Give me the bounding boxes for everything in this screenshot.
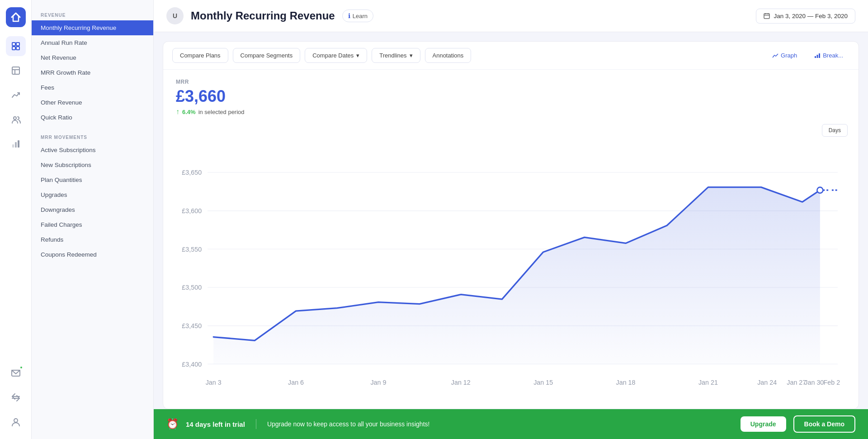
compare-plans-button[interactable]: Compare Plans <box>172 48 228 63</box>
chevron-down-icon-2: ▾ <box>410 52 413 59</box>
info-icon: ℹ <box>348 12 350 19</box>
stat-label: MRR <box>176 79 846 85</box>
svg-text:£3,600: £3,600 <box>182 207 202 215</box>
annotations-button[interactable]: Annotations <box>425 48 472 63</box>
svg-rect-10 <box>18 140 19 148</box>
nav-item-active-subscriptions[interactable]: Active Subscriptions <box>32 143 153 157</box>
chart-change: ↑ 6.4% in selected period <box>176 108 846 116</box>
chart-toolbar: Compare Plans Compare Segments Compare D… <box>163 42 859 70</box>
page-title: Monthly Recurring Revenue <box>191 10 335 22</box>
breakdown-view-button[interactable]: Break... <box>808 48 849 62</box>
chart-area: Compare Plans Compare Segments Compare D… <box>163 41 859 409</box>
revenue-section-label: REVENUE <box>32 9 153 20</box>
svg-text:Jan 21: Jan 21 <box>698 379 718 386</box>
header: U Monthly Recurring Revenue ℹ Learn Jan … <box>154 0 868 32</box>
nav-item-net-revenue[interactable]: Net Revenue <box>32 50 153 65</box>
nav-icon-people[interactable] <box>6 110 26 129</box>
svg-point-7 <box>14 117 16 119</box>
svg-text:£3,550: £3,550 <box>182 246 202 253</box>
svg-text:Jan 6: Jan 6 <box>288 379 304 386</box>
trial-days: 14 days left in trial <box>186 420 245 428</box>
nav-item-arr[interactable]: Annual Run Rate <box>32 35 153 50</box>
app-logo[interactable] <box>6 7 26 27</box>
nav-icon-analytics[interactable] <box>6 85 26 105</box>
avatar: U <box>166 7 184 24</box>
nav-item-fees[interactable]: Fees <box>32 80 153 95</box>
change-pct: 6.4% <box>182 109 196 115</box>
svg-text:£3,650: £3,650 <box>182 169 202 176</box>
trial-divider <box>256 419 256 429</box>
nav-item-downgrades[interactable]: Downgrades <box>32 202 153 217</box>
svg-rect-1 <box>16 43 19 46</box>
svg-rect-15 <box>764 14 769 19</box>
days-toggle-button[interactable]: Days <box>822 124 848 137</box>
svg-rect-9 <box>15 142 17 148</box>
mrr-movements-label: MRR MOVEMENTS <box>32 131 153 143</box>
nav-item-mrr-growth[interactable]: MRR Growth Rate <box>32 65 153 80</box>
mrr-line-chart: £3,650 £3,600 £3,550 £3,500 £3,450 £3,40… <box>172 125 849 409</box>
svg-rect-3 <box>16 47 19 50</box>
svg-text:£3,400: £3,400 <box>182 361 202 368</box>
nav-item-new-subscriptions[interactable]: New Subscriptions <box>32 157 153 172</box>
trial-bar: ⏰ 14 days left in trial Upgrade now to k… <box>154 409 868 439</box>
nav-item-refunds[interactable]: Refunds <box>32 232 153 247</box>
learn-button[interactable]: ℹ Learn <box>342 10 373 22</box>
svg-rect-19 <box>815 56 816 58</box>
compare-dates-button[interactable]: Compare Dates ▾ <box>305 48 367 63</box>
nav-item-upgrades[interactable]: Upgrades <box>32 187 153 202</box>
nav-item-quick-ratio[interactable]: Quick Ratio <box>32 110 153 125</box>
notification-dot <box>19 366 23 369</box>
svg-text:Jan 9: Jan 9 <box>370 379 386 386</box>
graph-icon <box>772 52 778 59</box>
nav-panel: REVENUE Monthly Recurring Revenue Annual… <box>32 0 154 439</box>
svg-text:Jan 30: Jan 30 <box>804 379 824 386</box>
upgrade-button[interactable]: Upgrade <box>741 416 786 432</box>
date-range-picker[interactable]: Jan 3, 2020 — Feb 3, 2020 <box>756 9 855 24</box>
nav-icon-mail[interactable] <box>6 363 26 383</box>
svg-text:Jan 3: Jan 3 <box>206 379 222 386</box>
stat-value: £3,660 <box>176 87 846 106</box>
svg-text:Jan 15: Jan 15 <box>533 379 553 386</box>
up-arrow-icon: ↑ <box>176 108 179 116</box>
nav-item-failed-charges[interactable]: Failed Charges <box>32 217 153 232</box>
nav-item-other-revenue[interactable]: Other Revenue <box>32 95 153 110</box>
nav-item-coupons[interactable]: Coupons Redeemed <box>32 247 153 262</box>
nav-item-mrr[interactable]: Monthly Recurring Revenue <box>32 20 153 35</box>
svg-text:Jan 24: Jan 24 <box>757 379 777 386</box>
svg-text:£3,500: £3,500 <box>182 284 202 291</box>
chart-svg-wrapper: Days £3,650 £3,600 £3,550 <box>163 120 859 409</box>
svg-text:£3,450: £3,450 <box>182 322 202 329</box>
breakdown-icon <box>814 52 821 59</box>
change-text: in selected period <box>198 109 245 115</box>
calendar-icon <box>764 13 770 19</box>
trial-message: Upgrade now to keep access to all your b… <box>267 420 733 428</box>
svg-text:Jan 27: Jan 27 <box>787 379 806 386</box>
nav-icon-integrations[interactable] <box>6 387 26 407</box>
clock-icon: ⏰ <box>166 418 179 430</box>
svg-rect-4 <box>12 67 19 74</box>
svg-text:Jan 12: Jan 12 <box>451 379 471 386</box>
chevron-down-icon: ▾ <box>356 52 359 59</box>
compare-segments-button[interactable]: Compare Segments <box>233 48 301 63</box>
svg-text:Jan 18: Jan 18 <box>616 379 636 386</box>
book-demo-button[interactable]: Book a Demo <box>793 415 855 433</box>
svg-rect-2 <box>12 47 15 50</box>
svg-rect-8 <box>12 144 14 148</box>
graph-view-button[interactable]: Graph <box>766 48 803 62</box>
nav-icon-profile[interactable] <box>6 412 26 432</box>
svg-rect-0 <box>12 43 15 46</box>
nav-icon-users[interactable] <box>6 61 26 81</box>
svg-rect-21 <box>819 53 820 58</box>
trendlines-button[interactable]: Trendlines ▾ <box>372 48 420 63</box>
main-content: U Monthly Recurring Revenue ℹ Learn Jan … <box>154 0 868 439</box>
nav-item-plan-quantities[interactable]: Plan Quantities <box>32 172 153 187</box>
chart-end-dot <box>817 187 823 193</box>
svg-rect-20 <box>817 55 818 58</box>
svg-point-14 <box>14 419 18 422</box>
icon-sidebar <box>0 0 32 439</box>
nav-icon-dashboard[interactable] <box>6 36 26 56</box>
nav-icon-charts[interactable] <box>6 134 26 154</box>
svg-text:Feb 2: Feb 2 <box>824 379 840 386</box>
chart-stats: MRR £3,660 ↑ 6.4% in selected period <box>163 70 859 120</box>
